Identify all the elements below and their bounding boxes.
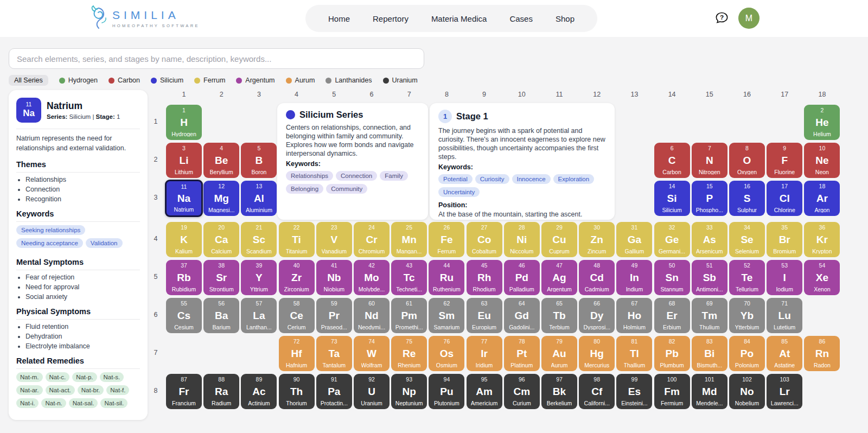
element-tile-Tl[interactable]: 81TlThallium: [616, 336, 652, 371]
element-tile-Hf[interactable]: 72HfHafnium: [279, 336, 315, 371]
element-tile-Pd[interactable]: 46PdPalladium: [504, 260, 540, 295]
element-tile-Ca[interactable]: 20CaCalcium: [203, 222, 239, 257]
element-tile-Li[interactable]: 3LiLithium: [166, 143, 202, 178]
element-tile-Ta[interactable]: 73TaTantalum: [316, 336, 352, 371]
element-tile-Na[interactable]: 11NaNatrium: [165, 180, 203, 217]
search-input[interactable]: [9, 48, 424, 69]
element-tile-Rn[interactable]: 86RnRadon: [804, 336, 840, 371]
element-tile-U[interactable]: 92UUranium: [354, 374, 390, 409]
nav-item-shop[interactable]: Shop: [556, 14, 575, 23]
element-tile-Ni[interactable]: 28NiNiccolum: [504, 222, 540, 257]
element-tile-Co[interactable]: 27CoCobaltum: [467, 222, 502, 257]
element-tile-As[interactable]: 33AsArsenicum: [692, 222, 727, 257]
app-logo[interactable]: SIMILIA HOMEOPATHY SOFTWARE: [88, 5, 200, 32]
element-tile-B[interactable]: 5BBoron: [241, 143, 277, 178]
element-tile-Ge[interactable]: 32GeGermani...: [654, 222, 690, 257]
element-tile-Ag[interactable]: 47AgArgentum: [541, 260, 577, 295]
element-tile-Cl[interactable]: 17ClChlorine: [767, 181, 802, 216]
element-tile-Xe[interactable]: 54XeXenon: [804, 260, 840, 295]
element-tile-Pa[interactable]: 91PaProtactin...: [316, 374, 352, 409]
element-tile-F[interactable]: 9FFluorine: [767, 143, 802, 178]
element-tile-Bi[interactable]: 83BiBismuth...: [692, 336, 727, 371]
element-tile-At[interactable]: 85AtAstatine: [767, 336, 802, 371]
element-tile-Ba[interactable]: 56BaBarium: [203, 298, 239, 333]
element-tile-Yb[interactable]: 70YbYtterbium: [729, 298, 765, 333]
element-tile-Sn[interactable]: 50SnStannum: [654, 260, 690, 295]
help-button[interactable]: ?: [714, 11, 729, 26]
element-tile-Ar[interactable]: 18ArArgon: [804, 181, 840, 216]
element-tile-Cm[interactable]: 96CmCurium: [504, 374, 540, 409]
remedy-chip[interactable]: Nat-sil.: [100, 398, 127, 408]
filter-all-series[interactable]: All Series: [9, 75, 48, 86]
element-tile-K[interactable]: 19KKalium: [166, 222, 202, 257]
element-tile-Ce[interactable]: 58CeCerium: [279, 298, 315, 333]
element-tile-Eu[interactable]: 63EuEuropium: [467, 298, 502, 333]
element-tile-Mg[interactable]: 12MgMagnesi...: [203, 181, 239, 216]
element-tile-In[interactable]: 49InIndium: [616, 260, 652, 295]
legend-item-aurum[interactable]: Aurum: [286, 77, 315, 84]
element-tile-Fm[interactable]: 100FmFermium: [654, 374, 690, 409]
remedy-chip[interactable]: Nat-s.: [100, 372, 124, 382]
element-tile-Ho[interactable]: 67HoHolmium: [616, 298, 652, 333]
element-tile-Dy[interactable]: 66DyDysprosi...: [579, 298, 615, 333]
element-tile-Lu[interactable]: 71LuLutetium: [767, 298, 802, 333]
element-tile-Np[interactable]: 93NpNeptunium: [391, 374, 427, 409]
element-tile-Mo[interactable]: 42MoMolybde...: [354, 260, 390, 295]
element-tile-Sb[interactable]: 51SbAntimoni...: [692, 260, 727, 295]
element-tile-Rh[interactable]: 45RhRhodium: [467, 260, 502, 295]
element-tile-Tb[interactable]: 65TbTerbium: [541, 298, 577, 333]
element-tile-Br[interactable]: 35BrBromium: [767, 222, 802, 257]
element-tile-Ac[interactable]: 89AcActinium: [241, 374, 277, 409]
element-tile-Ru[interactable]: 44RuRuthenium: [429, 260, 464, 295]
element-tile-N[interactable]: 7NNitrogen: [692, 143, 727, 178]
element-tile-C[interactable]: 6CCarbon: [654, 143, 690, 178]
element-tile-Y[interactable]: 39YYttrium: [241, 260, 277, 295]
remedy-chip[interactable]: Nat-m.: [16, 372, 43, 382]
element-tile-Po[interactable]: 84PoPolonium: [729, 336, 765, 371]
element-tile-Zr[interactable]: 40ZrZirconium: [279, 260, 315, 295]
element-tile-Ti[interactable]: 22TiTitanium: [279, 222, 315, 257]
element-tile-Es[interactable]: 99EsEinsteini...: [616, 374, 652, 409]
element-tile-Cr[interactable]: 24CrChromium: [354, 222, 390, 257]
element-tile-Pb[interactable]: 82PbPlumbum: [654, 336, 690, 371]
element-tile-Pu[interactable]: 94PuPlutonium: [429, 374, 464, 409]
element-tile-Fr[interactable]: 87FrFrancium: [166, 374, 202, 409]
element-tile-Tc[interactable]: 43TcTechneti...: [391, 260, 427, 295]
element-tile-V[interactable]: 23VVanadium: [316, 222, 352, 257]
remedy-chip[interactable]: Nat-c.: [46, 372, 70, 382]
remedy-chip[interactable]: Nat-ar.: [16, 385, 43, 395]
element-tile-Cu[interactable]: 29CuCuprum: [541, 222, 577, 257]
element-tile-Re[interactable]: 75ReRhenium: [391, 336, 427, 371]
remedy-chip[interactable]: Nat-p.: [72, 372, 97, 382]
legend-item-uranium[interactable]: Uranium: [383, 77, 418, 84]
element-tile-Pm[interactable]: 61PmPromethi...: [391, 298, 427, 333]
element-tile-Ra[interactable]: 88RaRadium: [203, 374, 239, 409]
element-tile-Ne[interactable]: 10NeNeon: [804, 143, 840, 178]
element-tile-Cf[interactable]: 98CfCaliforni...: [579, 374, 615, 409]
element-tile-H[interactable]: 1HHydrogen: [166, 105, 202, 140]
element-tile-Si[interactable]: 14SiSilicium: [654, 181, 690, 216]
element-tile-Se[interactable]: 34SeSelenium: [729, 222, 765, 257]
element-tile-Cd[interactable]: 48CdCadmium: [579, 260, 615, 295]
element-tile-Ga[interactable]: 31GaGallium: [616, 222, 652, 257]
legend-item-carbon[interactable]: Carbon: [108, 77, 140, 84]
user-avatar[interactable]: M: [738, 8, 760, 29]
element-tile-Cs[interactable]: 55CsCesium: [166, 298, 202, 333]
element-tile-Bk[interactable]: 97BkBerkelium: [541, 374, 577, 409]
nav-item-repertory[interactable]: Repertory: [373, 14, 409, 23]
legend-item-ferrum[interactable]: Ferrum: [194, 77, 225, 84]
element-tile-Er[interactable]: 68ErErbium: [654, 298, 690, 333]
element-tile-Nd[interactable]: 60NdNeodymi...: [354, 298, 390, 333]
element-tile-Lr[interactable]: 103LrLawrenci...: [767, 374, 802, 409]
element-tile-Md[interactable]: 101MdMendele...: [692, 374, 727, 409]
nav-item-cases[interactable]: Cases: [509, 14, 533, 23]
element-tile-Fe[interactable]: 26FeFerrum: [429, 222, 464, 257]
nav-item-materia-medica[interactable]: Materia Medica: [431, 14, 487, 23]
element-tile-Sm[interactable]: 62SmSamarium: [429, 298, 464, 333]
element-tile-Pt[interactable]: 78PtPlatinum: [504, 336, 540, 371]
remedy-chip[interactable]: Nat-act.: [46, 385, 75, 395]
remedy-chip[interactable]: Nat-n.: [41, 398, 66, 408]
element-tile-Rb[interactable]: 37RbRubidium: [166, 260, 202, 295]
element-tile-Os[interactable]: 76OsOsmium: [429, 336, 464, 371]
remedy-chip[interactable]: Nat-i.: [16, 398, 39, 408]
